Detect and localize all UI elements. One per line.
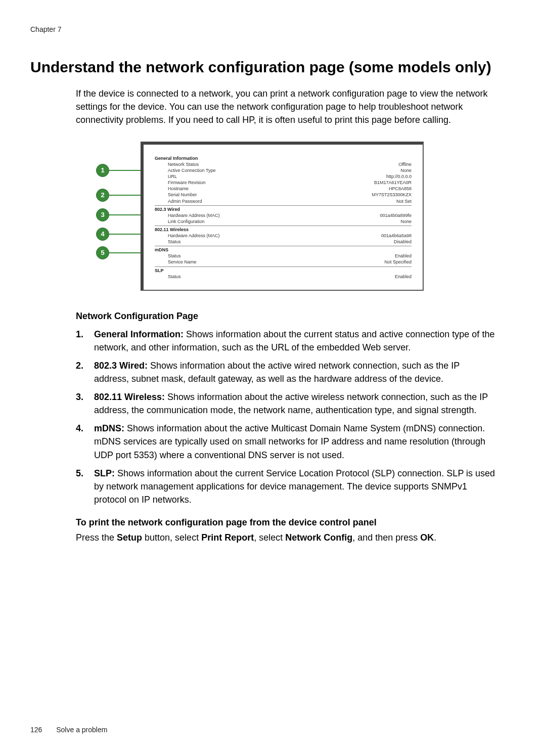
callout-line-icon [109, 252, 141, 253]
config-label: Hardware Address (MAC) [168, 212, 220, 218]
page-footer: 126 Solve a problem [30, 726, 107, 734]
numbered-list: 1. General Information: Shows informatio… [76, 328, 495, 506]
list-text: Shows information about the current Serv… [94, 468, 495, 505]
list-number: 2. [76, 359, 94, 385]
intro-text: If the device is connected to a network,… [76, 87, 495, 126]
callout-row: 1 [96, 156, 141, 185]
list-number: 5. [76, 467, 94, 506]
print-mid2: , select [254, 532, 285, 543]
config-slp: SLP StatusEnabled [155, 268, 412, 280]
list-item: 2. 802.3 Wired: Shows information about … [76, 359, 495, 385]
callout-row: 3 [96, 205, 141, 225]
list-number: 4. [76, 422, 94, 461]
config-row: Firmware RevisionB1M17A61YEA0R [155, 180, 412, 186]
list-body: 802.3 Wired: Shows information about the… [94, 359, 495, 385]
list-item: 3. 802.11 Wireless: Shows information ab… [76, 390, 495, 417]
print-end: . [434, 532, 436, 543]
config-row: HostnameHPC8A858 [155, 186, 412, 192]
config-row: URLhttp://0.0.0.0 [155, 173, 412, 180]
config-label: Link Configuration [168, 218, 205, 225]
section-block: Network Configuration Page 1. General In… [76, 311, 495, 506]
callout-line-icon [109, 234, 141, 235]
config-label: Firmware Revision [168, 180, 206, 186]
config-row: StatusDisabled [155, 239, 412, 245]
config-value: B1M17A61YEA0R [374, 180, 412, 186]
config-row: Admin PasswordNot Set [155, 198, 412, 204]
list-term: SLP: [94, 468, 115, 478]
config-label: Admin Password [168, 198, 202, 204]
config-value: None [400, 218, 412, 225]
config-row: Active Connection TypeNone [155, 167, 412, 173]
list-text: Shows information about the active Multi… [94, 423, 485, 460]
config-value: HPC8A858 [389, 186, 412, 192]
list-item: 1. General Information: Shows informatio… [76, 328, 495, 354]
config-wireless-title: 802.11 Wireless [155, 227, 412, 233]
config-row: Hardware Address (MAC)001a4b6a5a98 [155, 233, 412, 239]
list-term: 802.11 Wireless: [94, 392, 165, 402]
callout-line-icon [109, 195, 141, 196]
config-value: 001a4b6a5a98 [381, 233, 412, 239]
config-wired-title: 802.3 Wired [155, 207, 412, 212]
intro-block: If the device is connected to a network,… [76, 87, 495, 126]
config-figure: 1 2 3 4 5 General Information Network St… [96, 142, 516, 291]
print-report-bold: Print Report [201, 532, 254, 543]
config-row: Hardware Address (MAC)001a4b0a899fe [155, 212, 412, 218]
callout-row: 5 [96, 244, 141, 262]
config-value: Offline [398, 161, 412, 167]
config-label: Service Name [168, 259, 197, 265]
config-label: Active Connection Type [168, 167, 215, 173]
print-mid1: button, select [142, 532, 201, 543]
config-value: Not Set [396, 198, 412, 204]
print-network-bold: Network Config [285, 532, 352, 543]
config-label: Hardware Address (MAC) [168, 233, 220, 239]
print-pre: Press the [76, 532, 117, 543]
config-label: Status [168, 274, 181, 280]
config-label: Status [168, 253, 181, 259]
config-row: StatusEnabled [155, 253, 412, 259]
print-heading: To print the network configuration page … [76, 517, 495, 528]
callout-5-icon: 5 [96, 246, 109, 259]
config-row: Serial NumberMY7ST2S3300KZX [155, 192, 412, 198]
config-wireless: 802.11 Wireless Hardware Address (MAC)00… [155, 227, 412, 246]
print-section: To print the network configuration page … [76, 517, 495, 544]
config-value: Not Specified [384, 259, 412, 265]
config-label: URL [168, 173, 177, 180]
list-body: mDNS: Shows information about the active… [94, 422, 495, 461]
print-setup-bold: Setup [117, 532, 142, 543]
section-heading: Network Configuration Page [76, 311, 495, 322]
callout-2-icon: 2 [96, 189, 109, 202]
footer-section-title: Solve a problem [56, 726, 107, 734]
print-ok-bold: OK [420, 532, 434, 543]
callout-row: 4 [96, 225, 141, 244]
callout-line-icon [109, 170, 141, 171]
config-value: http://0.0.0.0 [386, 173, 412, 180]
list-item: 5. SLP: Shows information about the curr… [76, 467, 495, 506]
list-body: 802.11 Wireless: Shows information about… [94, 390, 495, 417]
list-number: 3. [76, 390, 94, 417]
config-row: Network StatusOffline [155, 161, 412, 167]
config-value: Enabled [395, 253, 412, 259]
config-row: StatusEnabled [155, 274, 412, 280]
config-panel: General Information Network StatusOfflin… [141, 142, 424, 291]
config-value: Enabled [395, 274, 412, 280]
print-text: Press the Setup button, select Print Rep… [76, 531, 495, 544]
config-value: None [400, 167, 412, 173]
config-label: Network Status [168, 161, 199, 167]
config-wired: 802.3 Wired Hardware Address (MAC)001a4b… [155, 207, 412, 226]
list-term: General Information: [94, 329, 184, 339]
list-term: mDNS: [94, 423, 124, 433]
page-title: Understand the network configuration pag… [30, 58, 516, 77]
list-number: 1. [76, 328, 94, 354]
config-value: MY7ST2S3300KZX [372, 192, 412, 198]
list-item: 4. mDNS: Shows information about the act… [76, 422, 495, 461]
config-row: Service NameNot Specified [155, 259, 412, 265]
config-label: Status [168, 239, 181, 245]
config-general: General Information Network StatusOfflin… [155, 156, 412, 206]
list-body: SLP: Shows information about the current… [94, 467, 495, 506]
config-value: 001a4b0a899fe [380, 212, 412, 218]
config-label: Hostname [168, 186, 189, 192]
config-label: Serial Number [168, 192, 197, 198]
callout-3-icon: 3 [96, 208, 109, 221]
list-body: General Information: Shows information a… [94, 328, 495, 354]
config-value: Disabled [394, 239, 412, 245]
